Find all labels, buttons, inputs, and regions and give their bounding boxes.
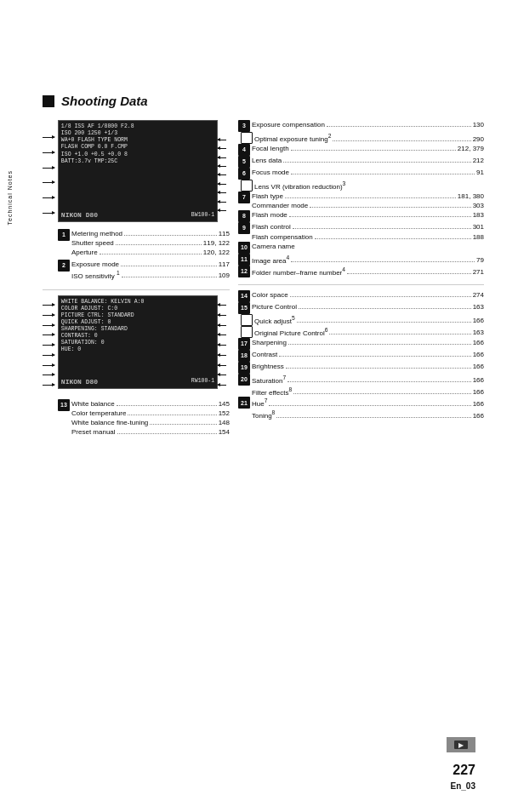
- arrow2-r8: [218, 375, 226, 375]
- badge-outline-4: [241, 326, 253, 338]
- divider-1: [43, 289, 230, 290]
- right-entry-12: 12 Folder number–frame number4271: [238, 266, 484, 277]
- entry-picture-ctrl: Picture Control163: [252, 302, 484, 312]
- entry-lens-data: Lens data212: [252, 156, 484, 165]
- badge-outline-2: [241, 180, 253, 192]
- entry-preset-manual: Preset manual 154: [71, 427, 230, 437]
- arrow-2: [43, 152, 54, 153]
- left-entry-13: 13 White balance 145 Color temperature 1…: [58, 399, 230, 437]
- badge-17: 17: [238, 338, 250, 350]
- entry-flash-control: Flash control301: [252, 222, 484, 232]
- right-entry-17: 17 Sharpening166: [238, 338, 484, 350]
- arrow2-r3: [218, 325, 226, 326]
- entry-metering: Metering method 115: [71, 229, 230, 238]
- arrow2-r5: [218, 345, 226, 346]
- entry-shutter: Shutter speed 119, 122: [71, 238, 230, 248]
- arrow2-1: [43, 305, 54, 306]
- badge-12: 12: [238, 266, 250, 277]
- arrow2-r2: [218, 315, 226, 316]
- right-entry-20: 20 Saturation7166 Filter effects8166: [238, 374, 484, 397]
- left-column: 1/8 ISS AF 1/8800 F2.8 ISO 200 1250 +1/3…: [43, 120, 230, 437]
- entry-flash-mode: Flash mode183: [252, 210, 484, 220]
- badge-7: 7: [238, 192, 250, 203]
- entry-orig-picture-ctrl: Original Picture Control6163: [254, 326, 484, 338]
- badge-13: 13: [58, 399, 70, 411]
- left-entry-2: 2 Exposure mode 117 ISO sensitivity 1 10…: [58, 260, 230, 281]
- camera1-wrapper: 1/8 ISS AF 1/8800 F2.8 ISO 200 1250 +1/3…: [43, 120, 230, 229]
- entry-contrast: Contrast166: [252, 350, 484, 359]
- arrow-r6: [218, 184, 226, 185]
- badge-18: 18: [238, 350, 250, 362]
- badge-outline-3: [241, 314, 253, 326]
- page-number: 227: [453, 763, 475, 778]
- entry-white-balance: White balance 145: [71, 399, 230, 409]
- arrow-r7: [218, 192, 226, 193]
- right-entry-21: 21 Hue7166 Toning8166: [238, 397, 484, 420]
- badge-11: 11: [238, 254, 250, 266]
- right-entry-8: 8 Flash mode183: [238, 210, 484, 222]
- arrow-r3: [218, 157, 226, 158]
- entry-focus-mode: Focus mode91: [252, 168, 484, 177]
- badge-14: 14: [238, 290, 250, 302]
- entry-quick-adjust: Quick adjust5166: [254, 314, 484, 326]
- badge-9: 9: [238, 222, 250, 234]
- arrow-r5: [218, 174, 226, 175]
- arrow-4: [43, 182, 54, 183]
- left-arrows-2: [43, 295, 58, 396]
- left-arrows: [43, 120, 58, 229]
- right-entry-vr: Lens VR (vibration reduction)3: [241, 180, 484, 192]
- entry-wb-fine: White balance fine-tuning 148: [71, 418, 230, 427]
- badge-3: 3: [238, 120, 250, 132]
- right-column: 3 Exposure compensation130 Optimal expos…: [238, 120, 484, 437]
- right-entry-7: 7 Flash type181, 380 Commander mode303: [238, 192, 484, 210]
- entry-aperture: Aperture 120, 122: [71, 248, 230, 257]
- right-entry-6: 6 Focus mode91: [238, 168, 484, 180]
- sidebar-vertical-text: Technical Notes: [7, 170, 13, 225]
- entry-focal: Focal length212, 379: [252, 144, 484, 153]
- badge-1: 1: [58, 229, 70, 241]
- entry-hue: Hue7166: [252, 397, 484, 409]
- arrow-r2: [218, 148, 226, 149]
- section-title-text: Shooting Data: [61, 94, 148, 108]
- arrow2-r9: [218, 385, 226, 386]
- page: Technical Notes Shooting Data: [0, 0, 518, 812]
- right-entry-10: 10 Camera name: [238, 242, 484, 254]
- entry-flash-type: Flash type181, 380: [252, 192, 484, 201]
- entry-folder-frame: Folder number–frame number4271: [252, 266, 484, 277]
- entry-color-temp: Color temperature 152: [71, 409, 230, 418]
- right-entry-optimal: Optimal exposure tuning2290: [241, 132, 484, 144]
- right-arrows-1: [218, 120, 230, 229]
- badge-8: 8: [238, 210, 250, 222]
- entry-sharpening: Sharpening166: [252, 338, 484, 347]
- arrow2-r1: [218, 305, 226, 306]
- right-entries-top: 3 Exposure compensation130 Optimal expos…: [238, 120, 484, 277]
- main-content: 1/8 ISS AF 1/8800 F2.8 ISO 200 1250 +1/3…: [43, 120, 484, 437]
- badge-5: 5: [238, 156, 250, 168]
- right-arrows-2: [218, 295, 230, 396]
- arrow2-5: [43, 345, 54, 346]
- right-entry-14: 14 Color space274: [238, 290, 484, 302]
- entry-image-area: Image area479: [252, 254, 484, 266]
- badge-21: 21: [238, 397, 250, 409]
- camera-screen-2: WHITE BALANCE: KELVIN A:0 COLOR ADJUST: …: [58, 295, 218, 389]
- arrow2-8: [43, 375, 54, 375]
- nav-icon[interactable]: ▶: [447, 737, 475, 752]
- section-title: Shooting Data: [43, 94, 484, 108]
- badge-2: 2: [58, 260, 70, 272]
- entry-camera-name: Camera name: [252, 242, 484, 251]
- entry-brightness: Brightness166: [252, 362, 484, 371]
- page-code: En_03: [451, 781, 475, 791]
- arrow2-r6: [218, 355, 226, 356]
- right-entry-quick: Quick adjust5166: [241, 314, 484, 326]
- badge-19: 19: [238, 362, 250, 374]
- arrow2-r7: [218, 365, 226, 366]
- arrow2-7: [43, 365, 54, 366]
- right-entry-11: 11 Image area479: [238, 254, 484, 266]
- arrow2-r4: [218, 335, 226, 335]
- arrow-1: [43, 137, 54, 138]
- section-title-icon: [43, 95, 54, 107]
- nav-icon-inner: ▶: [454, 741, 468, 749]
- left-entries-group2: 13 White balance 145 Color temperature 1…: [58, 399, 230, 437]
- badge-15: 15: [238, 302, 250, 314]
- entry-flash-comp: Flash compensation188: [252, 232, 484, 242]
